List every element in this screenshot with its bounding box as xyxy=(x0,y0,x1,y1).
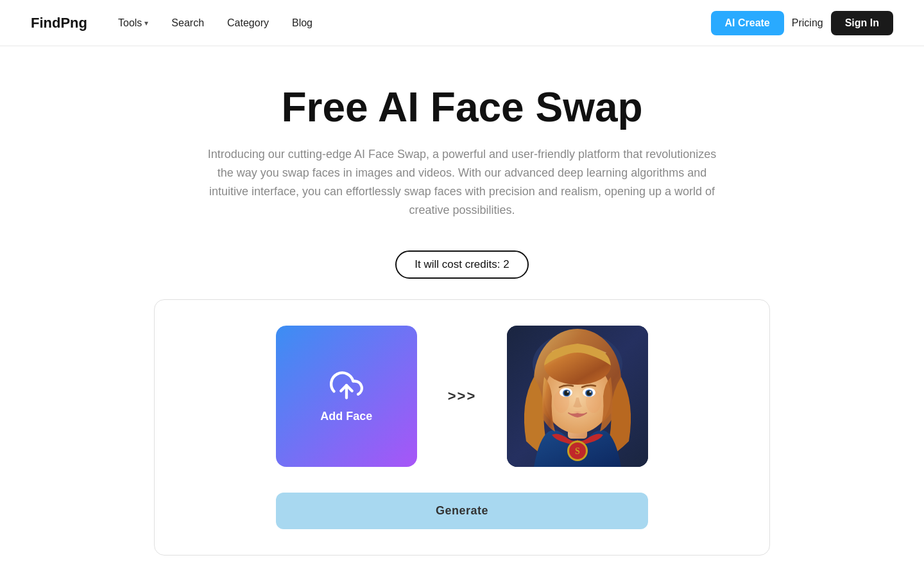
svg-point-15 xyxy=(590,390,592,392)
tool-row: Add Face >>> xyxy=(193,326,731,467)
nav-blog[interactable]: Blog xyxy=(292,17,312,29)
upload-face-box[interactable]: Add Face xyxy=(276,326,417,467)
preview-image-container: S xyxy=(507,326,648,467)
upload-cloud-icon xyxy=(330,369,363,402)
sign-in-button[interactable]: Sign In xyxy=(831,11,893,35)
nav-category[interactable]: Category xyxy=(227,17,269,29)
tool-card: Add Face >>> xyxy=(154,299,770,556)
site-logo[interactable]: FindPng xyxy=(31,15,87,31)
ai-create-button[interactable]: AI Create xyxy=(711,11,784,35)
header-actions: AI Create Pricing Sign In xyxy=(711,11,893,35)
site-header: FindPng Tools ▾ Search Category Blog AI … xyxy=(0,0,924,46)
generate-button[interactable]: Generate xyxy=(276,493,648,529)
upload-label: Add Face xyxy=(320,410,372,423)
chevron-down-icon: ▾ xyxy=(144,19,148,28)
main-content: Free AI Face Swap Introducing our cuttin… xyxy=(0,46,924,578)
arrow-separator: >>> xyxy=(448,388,477,405)
nav-tools[interactable]: Tools ▾ xyxy=(118,17,148,29)
svg-text:S: S xyxy=(575,446,580,456)
nav-tools-label: Tools xyxy=(118,17,142,29)
credits-badge: It will cost credits: 2 xyxy=(395,250,528,279)
main-nav: Tools ▾ Search Category Blog xyxy=(118,17,711,29)
preview-image: S xyxy=(507,326,648,467)
nav-search[interactable]: Search xyxy=(171,17,204,29)
svg-point-11 xyxy=(567,390,569,392)
page-subtitle: Introducing our cutting-edge AI Face Swa… xyxy=(199,145,725,219)
page-title: Free AI Face Swap xyxy=(281,85,642,130)
pricing-link[interactable]: Pricing xyxy=(792,17,823,29)
